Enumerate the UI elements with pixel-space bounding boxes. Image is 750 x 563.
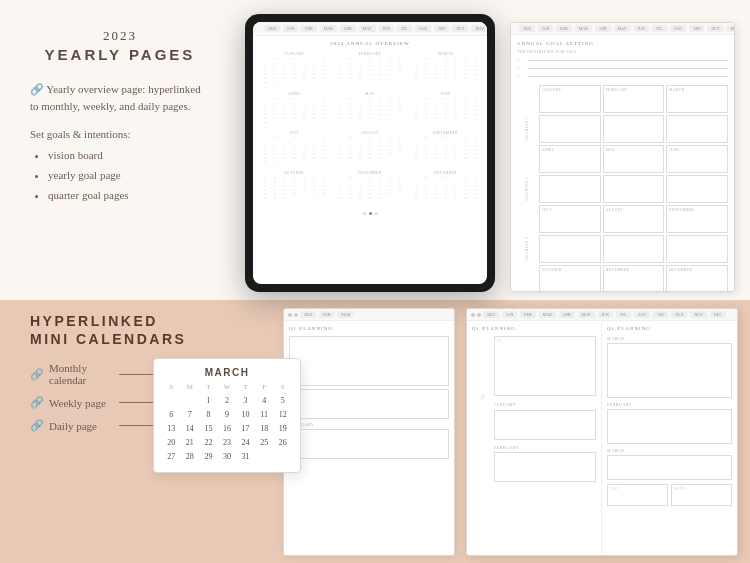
q1-p2-feb-box xyxy=(289,429,449,459)
tab-item-3[interactable]: FEB xyxy=(301,25,316,32)
goal-tab-3[interactable]: FEB xyxy=(556,25,571,32)
goal-tab-10[interactable]: SEP xyxy=(689,25,704,32)
q1-tab-apr[interactable]: APR xyxy=(559,311,575,318)
q1-tab-jan[interactable]: JAN xyxy=(502,311,517,318)
q1-tab-dec[interactable]: DEC xyxy=(710,311,726,318)
q1-jan-title: JANUARY xyxy=(494,402,596,407)
tab-item-11[interactable]: OCT xyxy=(452,25,468,32)
hyperlinked-title: HYPERLINKED MINI CALENDARS xyxy=(30,312,210,348)
goal-tab-8[interactable]: JUL xyxy=(652,25,667,32)
goal-tab-6[interactable]: MAY xyxy=(614,25,631,32)
q1-tab-oct[interactable]: OCT xyxy=(671,311,687,318)
tab-item-12[interactable]: NOV xyxy=(471,25,487,32)
q1-tab-year[interactable]: 2023 xyxy=(483,311,499,318)
q1-page2-content: Q1 PLANNING FEBRUARY xyxy=(284,321,454,467)
goal-q2-col1: APRIL xyxy=(539,145,601,173)
q1-dot2 xyxy=(477,313,481,317)
q1-jan-grid: JANUARY xyxy=(472,402,596,408)
q1-tab-jul[interactable]: JUL xyxy=(616,311,631,318)
q1-tab-nov[interactable]: NOV xyxy=(690,311,707,318)
q1-p2-tab-bar: 2023 FEB MAR xyxy=(300,311,450,318)
daily-link-icon: 🔗 xyxy=(30,419,44,432)
tab-item-10[interactable]: SEP xyxy=(434,25,449,32)
months-grid: JANUARY SMTWTFS 1 2345678 9101112131415 … xyxy=(258,50,482,205)
goal-tab-11[interactable]: OCT xyxy=(707,25,723,32)
q1-tab-mar[interactable]: MAR xyxy=(539,311,556,318)
goal-q4-col3: DECEMBER xyxy=(666,265,728,292)
mini-calendar-popup: MARCH S M T W T F S 1 2 3 4 5 6 7 8 9 10… xyxy=(153,358,301,473)
tab-item-7[interactable]: JUN xyxy=(379,25,394,32)
q1-march-title: MARCH xyxy=(607,336,732,341)
q1-left-title: Q1 PLANNING xyxy=(472,326,596,331)
goal-q2-col3: JUNE xyxy=(666,145,728,173)
footer-dot-1 xyxy=(363,212,366,215)
goal-tab-1[interactable]: 2023 xyxy=(519,25,535,32)
q2-apr-box xyxy=(539,175,601,203)
goal-header-col1: JANUARY xyxy=(539,85,601,113)
goal-page-header: 2023 JAN FEB MAR APR MAY JUN JUL AUG SEP… xyxy=(511,23,734,35)
goal-q4-col2: NOVEMBER xyxy=(603,265,665,292)
q1-tab-aug[interactable]: AUG xyxy=(634,311,651,318)
goals-title: Set goals & intentions: xyxy=(30,128,210,140)
q2-may-box xyxy=(603,175,665,203)
tablet-device: 2023 JAN FEB MAR APR MAY JUN JUL AUG SEP… xyxy=(245,14,495,292)
q1-tab-sep[interactable]: SEP xyxy=(653,311,668,318)
q1-p2-tab3[interactable]: MAR xyxy=(337,311,354,318)
q1-march-box2 xyxy=(607,455,732,480)
daily-page-label: Daily page xyxy=(49,420,114,432)
month-may: MAY SMTWTFS 123456 78910111213 141516171… xyxy=(334,90,407,127)
month-september: SEPTEMBER SMTWTFS 12 3456789 10111213141… xyxy=(409,129,482,166)
priority-3: 3. xyxy=(517,74,728,79)
q2-label: QUARTER 2 xyxy=(517,175,537,203)
q1-page2-title: Q1 PLANNING xyxy=(289,326,449,331)
q1-jan-box xyxy=(494,410,596,440)
link-icon-overview: 🔗 xyxy=(30,83,44,95)
q1-tab-jun[interactable]: JUN xyxy=(598,311,613,318)
goal-tab-4[interactable]: MAR xyxy=(575,25,592,32)
q3-label: QUARTER 3 xyxy=(517,235,537,263)
yearly-overview-desc: 🔗 Yearly overview page: hyperlinked to m… xyxy=(30,81,210,114)
month-august: AUGUST SMTWTFS 12345 6789101112 13141516… xyxy=(334,129,407,166)
tab-item-4[interactable]: MAR xyxy=(320,25,337,32)
tab-item-2[interactable]: JAN xyxy=(283,25,298,32)
goal-setting-page: 2023 JAN FEB MAR APR MAY JUN JUL AUG SEP… xyxy=(510,22,735,292)
goals-list: vision board yearly goal page quarter go… xyxy=(30,146,210,205)
month-october: OCTOBER SMTWTFS 1234567 891011121314 151… xyxy=(258,169,331,206)
q1-left-panel: Q1 PLANNING Q1 Q1 JANUARY FEBRUARY xyxy=(467,321,602,553)
q1-header: 2023 JAN FEB MAR APR MAY JUN JUL AUG SEP… xyxy=(467,309,737,321)
goal-tab-bar: 2023 JAN FEB MAR APR MAY JUN JUL AUG SEP… xyxy=(519,25,735,32)
q1-feb-box xyxy=(494,452,596,482)
q1-p2-feb-label: FEBRUARY xyxy=(289,422,449,427)
tab-item-5[interactable]: APR xyxy=(340,25,356,32)
q1-tab-may[interactable]: MAY xyxy=(578,311,595,318)
q1-list-box: LIST xyxy=(607,484,668,506)
year-label: 2023 xyxy=(30,28,210,44)
goal-tab-9[interactable]: AUG xyxy=(670,25,687,32)
month-february: FEBRUARY SMTWTFS 1234 567891011 12131415… xyxy=(334,50,407,87)
goal-q3-col2: AUGUST xyxy=(603,205,665,233)
tab-item-9[interactable]: AUG xyxy=(415,25,432,32)
goal-tab-2[interactable]: JAN xyxy=(538,25,553,32)
q1-feb-box xyxy=(603,115,665,143)
goal-tab-5[interactable]: APR xyxy=(595,25,611,32)
goal-q3-col1: JULY xyxy=(539,205,601,233)
priorities-label: TOP PRIORITIES FOR 2023 xyxy=(517,49,728,54)
goal-tab-12[interactable]: NOV xyxy=(726,25,735,32)
mini-cal-month-title: MARCH xyxy=(162,367,292,378)
q1-p2-tab2[interactable]: FEB xyxy=(319,311,334,318)
goal-q3-col3: SEPTEMBER xyxy=(666,205,728,233)
tab-item-6[interactable]: MAY xyxy=(359,25,376,32)
tab-item-1[interactable]: 2023 xyxy=(264,25,280,32)
priority-2: 2. xyxy=(517,66,728,71)
month-june: JUNE SMTWTFS 123 45678910 11121314151617… xyxy=(409,90,482,127)
q1-jan-box xyxy=(539,115,601,143)
q1-p2-tab1[interactable]: 2023 xyxy=(300,311,316,318)
annual-overview: 2023 ANNUAL OVERVIEW JANUARY SMTWTFS 1 2… xyxy=(253,36,487,210)
q1-tab-feb[interactable]: FEB xyxy=(520,311,535,318)
yearly-pages-panel: 2023 YEARLY PAGES 🔗 Yearly overview page… xyxy=(30,28,210,205)
q1-p2-dot2 xyxy=(294,313,298,317)
month-april: APRIL SMTWTFS 1 2345678 9101112131415 16… xyxy=(258,90,331,127)
tab-item-8[interactable]: JUL xyxy=(397,25,412,32)
goal-tab-7[interactable]: JUN xyxy=(634,25,649,32)
q1-mar-box xyxy=(666,115,728,143)
